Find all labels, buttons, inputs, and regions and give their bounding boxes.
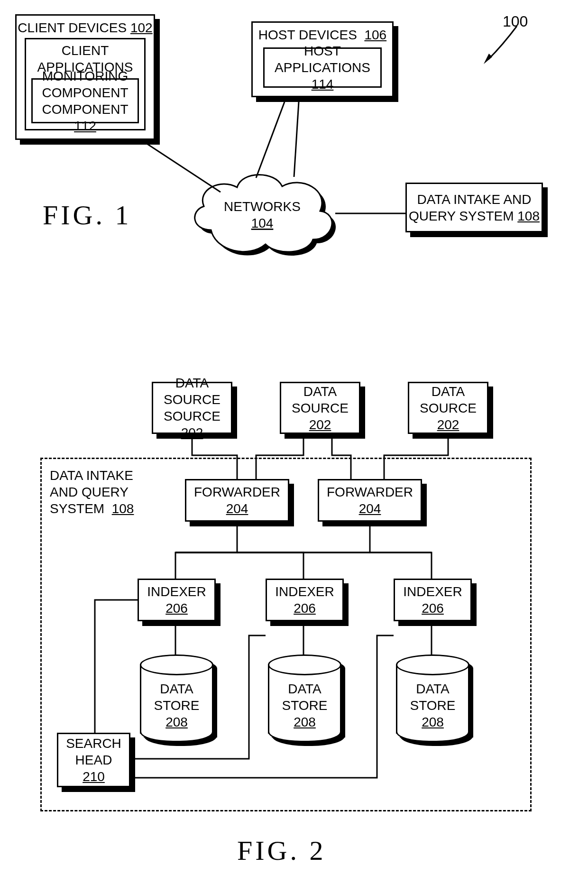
fig2-connectors — [0, 0, 588, 830]
fig2-title: FIG. 2 — [237, 835, 326, 866]
